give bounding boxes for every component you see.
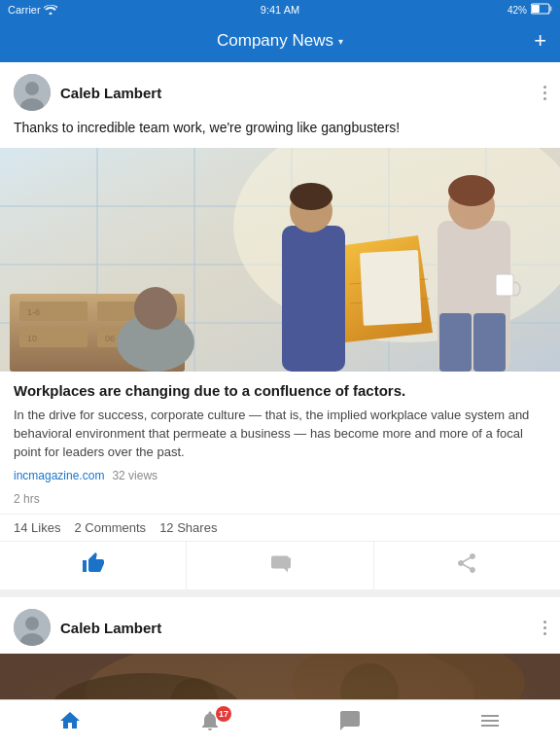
like-icon (82, 551, 105, 580)
avatar-image-2 (14, 609, 51, 646)
author-name: Caleb Lambert (60, 85, 161, 101)
post-image: 1-6 10 06 (0, 148, 560, 372)
avatar (14, 74, 51, 111)
status-bar: Carrier 9:41 AM 42% (0, 0, 560, 19)
more-dot (543, 621, 546, 623)
like-button[interactable] (0, 542, 187, 589)
svg-point-42 (25, 617, 39, 630)
avatar-2 (14, 609, 51, 646)
author-name-2: Caleb Lambert (60, 620, 161, 636)
post-header-2: Caleb Lambert (0, 597, 560, 654)
tab-messages[interactable] (280, 700, 420, 747)
chevron-down-icon: ▾ (338, 36, 343, 47)
article-meta: incmagazine.com 32 views (14, 469, 546, 482)
battery-label: 42% (508, 5, 527, 16)
post-author-2: Caleb Lambert (14, 609, 161, 646)
tab-notifications[interactable]: 17 (140, 700, 280, 747)
post-card: Caleb Lambert Thanks to incredible team … (0, 62, 560, 589)
article-source[interactable]: incmagazine.com (14, 469, 104, 482)
more-dot (543, 86, 546, 89)
engagement-bar: 14 Likes 2 Comments 12 Shares (0, 514, 560, 541)
more-options-button-2[interactable] (543, 621, 546, 635)
svg-text:10: 10 (27, 334, 37, 343)
article-views: 32 views (112, 469, 158, 482)
shares-count: 12 Shares (159, 520, 217, 535)
more-dot (543, 91, 546, 94)
post-image-overlay-2 (0, 654, 560, 699)
add-post-button[interactable]: + (534, 28, 546, 53)
svg-rect-2 (532, 5, 540, 13)
svg-rect-34 (360, 249, 422, 325)
svg-rect-1 (550, 7, 552, 12)
tab-menu[interactable] (420, 700, 560, 747)
article-body: In the drive for success, corporate cult… (14, 407, 546, 462)
carrier-label: Carrier (8, 4, 41, 16)
battery-icon (531, 3, 552, 17)
post-header: Caleb Lambert (0, 62, 560, 119)
nav-title[interactable]: Company News ▾ (217, 31, 343, 51)
status-bar-left: Carrier (8, 3, 57, 17)
svg-text:1-6: 1-6 (27, 307, 40, 317)
more-dot (543, 97, 546, 100)
status-bar-time: 9:41 AM (261, 4, 299, 16)
article-time: 2 hrs (0, 490, 560, 514)
avatar-image (14, 74, 51, 111)
article-title: Workplaces are changing due to a conflue… (14, 381, 546, 401)
comment-button[interactable] (187, 542, 373, 589)
svg-point-39 (448, 175, 495, 206)
wifi-icon (44, 3, 57, 17)
svg-text:06: 06 (105, 334, 115, 343)
action-buttons (0, 541, 560, 589)
svg-point-26 (134, 287, 177, 330)
tab-home[interactable] (0, 700, 140, 747)
channel-title: Company News (217, 31, 333, 51)
more-dot (543, 632, 546, 635)
svg-rect-36 (439, 313, 472, 372)
svg-point-29 (290, 183, 332, 210)
post-text: Thanks to incredible team work, we're gr… (0, 119, 560, 148)
menu-icon (478, 709, 502, 738)
notification-badge: 17 (216, 706, 231, 722)
comment-icon (268, 551, 292, 580)
more-dot (543, 626, 546, 629)
svg-rect-40 (496, 274, 513, 296)
share-button[interactable] (374, 542, 560, 589)
nav-header: Company News ▾ + (0, 19, 560, 62)
status-bar-right: 42% (508, 3, 552, 17)
home-icon (58, 709, 82, 738)
svg-point-4 (25, 82, 39, 95)
post-author: Caleb Lambert (14, 74, 161, 111)
more-options-button[interactable] (543, 86, 546, 100)
post-image-2 (0, 654, 560, 699)
svg-rect-37 (473, 313, 506, 372)
comments-count: 2 Comments (74, 520, 146, 535)
messages-icon (338, 709, 362, 738)
post-card-2: Caleb Lambert (0, 597, 560, 699)
tab-bar: 17 (0, 699, 560, 747)
likes-count: 14 Likes (14, 520, 60, 535)
feed-container: Caleb Lambert Thanks to incredible team … (0, 62, 560, 699)
article-info: Workplaces are changing due to a conflue… (0, 372, 560, 491)
share-icon (455, 551, 478, 580)
